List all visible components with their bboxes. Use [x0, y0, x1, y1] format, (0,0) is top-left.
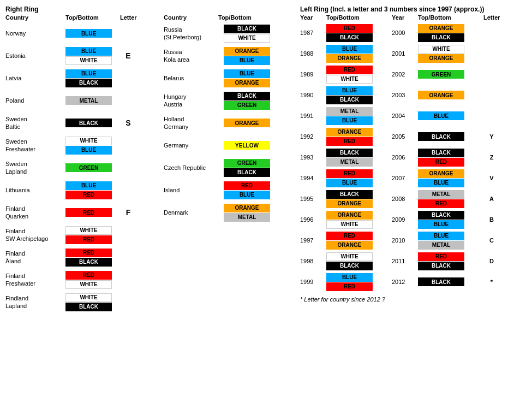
color-badge: BLACK — [418, 277, 464, 286]
table-row: 1990 BLUE BLACK 2003 ORANGE — [300, 85, 527, 105]
color-badge: WHITE — [418, 45, 464, 54]
color-badge: BLUE — [326, 179, 373, 187]
color-badge: RED — [65, 249, 112, 257]
color-badge: RED — [418, 252, 464, 261]
lr-topbottom2-cell: ORANGE BLUE — [418, 169, 483, 187]
lr-header-letter: Letter — [483, 14, 500, 21]
table-row: 1995 BLACK ORANGE 2008 METAL RED A — [300, 189, 527, 209]
color-badge: WHITE — [65, 226, 112, 235]
lr-year2: 2006 — [392, 154, 418, 161]
color-badge: METAL — [418, 241, 464, 250]
table-row: HollandGermany ORANGE — [164, 113, 284, 133]
lr-topbottom-cell: ORANGE WHITE — [326, 211, 392, 229]
country-cell: Germany — [164, 141, 224, 149]
lr-year: 1987 — [300, 29, 326, 36]
lr-header-topbottom2: Top/Bottom — [418, 14, 483, 21]
lr-topbottom2-cell: METAL RED — [418, 190, 483, 208]
lr-year: 1998 — [300, 258, 326, 264]
color-badge: BLACK — [326, 33, 373, 42]
lr-year: 1989 — [300, 71, 326, 78]
middle-section: Country Top/Bottom Russia(St.Peterborg) … — [164, 14, 284, 314]
lr-letter: D — [483, 258, 500, 264]
country-cell: Lithuania — [5, 186, 65, 194]
lr-topbottom2-cell: BLACK RED — [418, 149, 483, 167]
country-cell: Island — [164, 186, 224, 194]
color-badge: RED — [224, 181, 270, 190]
lr-year: 1990 — [300, 92, 326, 98]
table-row: SwedenFreshwater WHITEBLUE — [5, 135, 158, 156]
topbottom-cell: METAL — [65, 96, 120, 105]
lr-header-year2: Year — [392, 14, 418, 21]
table-row: 1989 RED WHITE 2002 GREEN — [300, 64, 527, 84]
lr-topbottom-cell: BLACK ORANGE — [326, 190, 392, 208]
color-badge: BLUE — [326, 273, 373, 282]
topbottom-cell: BLUERED — [65, 181, 120, 199]
lr-year: 1997 — [300, 237, 326, 244]
lr-topbottom-cell: BLUE RED — [326, 273, 392, 291]
lr-year2: 2011 — [392, 258, 418, 264]
lr-year2: 2000 — [392, 29, 418, 36]
color-badge: BLACK — [224, 168, 270, 177]
table-row: Estonia BLUEWHITE E — [5, 45, 158, 66]
lr-year2: 2003 — [392, 92, 418, 98]
topbottom-cell: WHITERED — [65, 226, 120, 244]
lr-topbottom2-cell: GREEN — [418, 70, 483, 79]
lr-topbottom-cell: ORANGE RED — [326, 128, 392, 146]
country-cell: HungaryAustria — [164, 93, 224, 109]
lr-letter: B — [483, 216, 500, 223]
lr-year2: 2008 — [392, 196, 418, 202]
color-badge: ORANGE — [224, 119, 270, 127]
color-badge: WHITE — [326, 75, 373, 84]
table-row: Belarus BLUEORANGE — [164, 68, 284, 88]
lr-topbottom-cell: METAL BLUE — [326, 107, 392, 125]
color-badge: BLUE — [418, 232, 464, 240]
country-cell: Russia(St.Peterborg) — [164, 26, 224, 42]
color-badge: BLUE — [418, 179, 464, 187]
color-badge: METAL — [418, 190, 464, 199]
color-badge: BLACK — [418, 262, 464, 270]
color-badge: BLACK — [224, 92, 270, 100]
letter-cell: F — [120, 208, 136, 217]
lr-topbottom-cell: RED BLUE — [326, 169, 392, 187]
country-cell: FinlandQuarken — [5, 205, 65, 221]
middle-rows: Russia(St.Peterborg) BLACKWHITE RussiaKo… — [164, 23, 284, 223]
right-ring-section: Country Top/Bottom Letter Norway BLUE Es… — [5, 14, 158, 314]
lr-year2: 2005 — [392, 133, 418, 140]
lr-topbottom2-cell: BLUE — [418, 111, 483, 120]
lr-year2: 2004 — [392, 113, 418, 119]
footnote: * Letter for country since 2012 ? — [300, 296, 527, 303]
country-cell: Latvia — [5, 74, 65, 82]
lr-topbottom2-cell: WHITE ORANGE — [418, 45, 483, 63]
color-badge: RED — [418, 199, 464, 208]
country-cell: SwedenBaltic — [5, 115, 65, 131]
rr-header-topbottom: Top/Bottom — [65, 14, 120, 21]
color-badge: RED — [326, 282, 373, 291]
color-badge: WHITE — [65, 137, 112, 145]
table-row: Latvia BLUEBLACK — [5, 68, 158, 88]
lr-topbottom-cell: BLACK METAL — [326, 149, 392, 167]
lr-letter: C — [483, 237, 500, 244]
color-badge: BLUE — [65, 47, 112, 56]
color-badge: BLACK — [326, 149, 373, 157]
color-badge: WHITE — [326, 252, 373, 261]
lr-topbottom2-cell: ORANGE BLACK — [418, 24, 483, 42]
table-row: 1992 ORANGE RED 2005 BLACK Y — [300, 127, 527, 146]
rr-header-country: Country — [5, 14, 65, 21]
table-row: Norway BLUE — [5, 23, 158, 44]
lr-topbottom-cell: BLUE BLACK — [326, 86, 392, 104]
color-badge: BLUE — [326, 86, 373, 95]
color-badge: ORANGE — [418, 169, 464, 178]
lr-year: 1995 — [300, 196, 326, 202]
left-ring-title: Left Ring (Incl. a letter and 3 numbers … — [300, 5, 484, 13]
middle-headers: Country Top/Bottom — [164, 14, 284, 21]
country-cell: Estonia — [5, 52, 65, 60]
table-row: HungaryAustria BLACKGREEN — [164, 90, 284, 111]
color-badge: BLACK — [65, 79, 112, 87]
color-badge: BLACK — [65, 119, 112, 127]
country-cell: HollandGermany — [164, 115, 224, 131]
table-row: Poland METAL — [5, 90, 158, 111]
table-row: SwedenBaltic BLACK S — [5, 113, 158, 133]
table-row: FinlandÅland REDBLACK — [5, 247, 158, 268]
country-cell: Belarus — [164, 74, 224, 82]
color-badge: BLUE — [65, 69, 112, 78]
